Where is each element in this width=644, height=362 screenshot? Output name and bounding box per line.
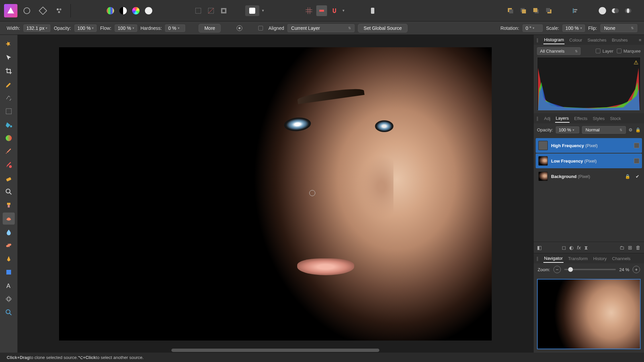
paint-brush-tool-icon[interactable]	[3, 145, 15, 158]
develop-persona-icon[interactable]	[36, 4, 50, 17]
clone-brush-tool-icon[interactable]	[3, 199, 15, 211]
tab-stock[interactable]: Stock	[609, 115, 622, 122]
flood-select-tool-icon[interactable]	[3, 92, 15, 104]
liquify-persona-icon[interactable]	[20, 4, 34, 17]
chevron-down-icon[interactable]: ▼	[342, 9, 345, 12]
move-tool-icon[interactable]	[3, 52, 15, 64]
arrange-backward-icon[interactable]	[531, 5, 541, 16]
marquee-tool-icon[interactable]	[3, 105, 15, 117]
zoom-in-button[interactable]: +	[633, 266, 640, 273]
canvas[interactable]	[17, 35, 533, 353]
stabilizer-icon[interactable]	[234, 23, 245, 34]
lock-icon[interactable]: 🔒	[635, 127, 641, 132]
view-tool-icon[interactable]	[3, 38, 15, 50]
erase-brush-tool-icon[interactable]	[3, 172, 15, 184]
inpainting-brush-tool-icon[interactable]	[3, 239, 15, 251]
horizontal-scrollbar[interactable]	[171, 349, 379, 352]
set-global-source-button[interactable]: Set Global Source	[358, 24, 408, 33]
colour-picker-tool-icon[interactable]	[3, 306, 15, 318]
selection-rectangle-icon[interactable]	[193, 5, 204, 16]
layer-row[interactable]: High Frequency (Pixel)	[536, 138, 642, 153]
blur-tool-icon[interactable]	[3, 226, 15, 238]
selection-invert-icon[interactable]	[218, 5, 229, 16]
histogram-channel-select[interactable]: All Channels⇅	[537, 47, 581, 55]
fx-layer-icon[interactable]: fx	[577, 245, 581, 250]
layer-row[interactable]: Low Frequency (Pixel)	[536, 154, 642, 168]
auto-colours-icon[interactable]	[130, 5, 141, 16]
add-icon[interactable]	[597, 5, 608, 16]
photo-persona-icon[interactable]	[4, 4, 17, 17]
magnet-icon[interactable]	[329, 5, 340, 16]
add-layer-icon[interactable]: ⊞	[628, 245, 632, 251]
rectangle-tool-icon[interactable]	[3, 266, 15, 278]
panel-grip-icon[interactable]: ∥	[536, 38, 538, 43]
hardness-field[interactable]: 0 %▾	[165, 24, 185, 32]
check-icon[interactable]: ✔	[636, 174, 639, 179]
pen-tool-icon[interactable]	[3, 253, 15, 265]
aligned-checkbox[interactable]	[258, 26, 263, 31]
group-layers-icon[interactable]: 🗀	[620, 245, 625, 250]
snap-icon[interactable]	[316, 5, 327, 16]
grid-icon[interactable]	[304, 5, 314, 16]
mesh-warp-tool-icon[interactable]	[3, 293, 15, 305]
layer-opacity-field[interactable]: 100 %▾	[556, 126, 579, 133]
flow-field[interactable]: 100 %▾	[115, 24, 137, 32]
tab-effects[interactable]: Effects	[574, 115, 588, 122]
subtract-icon[interactable]	[610, 5, 621, 16]
mask-layer-icon[interactable]: ◻	[562, 245, 566, 251]
zoom-tool-icon[interactable]	[3, 186, 15, 198]
chevron-down-icon[interactable]: ▼	[261, 9, 265, 12]
selection-deselect-icon[interactable]	[206, 5, 216, 16]
visibility-checkbox[interactable]	[634, 143, 639, 148]
tab-colour[interactable]: Colour	[569, 36, 583, 44]
auto-contrast-icon[interactable]	[118, 5, 128, 16]
scale-field[interactable]: 100 %▾	[562, 24, 585, 32]
layer-row[interactable]: Background (Pixel) 🔒 ✔	[536, 169, 642, 184]
width-field[interactable]: 132.1 px▾	[23, 24, 51, 32]
auto-levels-icon[interactable]	[105, 5, 116, 16]
healing-brush-tool-icon[interactable]	[3, 213, 15, 225]
live-filter-icon[interactable]: ⧗	[584, 245, 588, 251]
quick-mask-icon[interactable]	[245, 5, 259, 16]
text-tool-icon[interactable]: A	[3, 280, 15, 292]
opacity-field[interactable]: 100 %▾	[74, 24, 97, 32]
zoom-out-button[interactable]: −	[553, 266, 561, 273]
flood-fill-tool-icon[interactable]	[3, 119, 15, 131]
adjustment-layer-icon[interactable]: ◐	[569, 245, 574, 251]
arrange-forward-icon[interactable]	[518, 5, 529, 16]
source-layer-select[interactable]: Current Layer⇅	[287, 24, 355, 32]
arrange-front-icon[interactable]	[505, 5, 516, 16]
marquee-checkbox[interactable]	[617, 49, 622, 53]
navigator-preview[interactable]	[537, 279, 641, 349]
more-button[interactable]: More	[199, 24, 221, 33]
intersect-icon[interactable]	[623, 5, 633, 16]
paint-mixer-brush-icon[interactable]	[3, 159, 15, 171]
align-icon[interactable]	[570, 5, 581, 16]
selection-brush-tool-icon[interactable]	[3, 78, 15, 90]
rotation-field[interactable]: 0 °▾	[523, 24, 543, 32]
tab-transform[interactable]: Transform	[568, 255, 589, 262]
tab-layers[interactable]: Layers	[555, 114, 570, 123]
export-persona-icon[interactable]	[52, 4, 66, 17]
panel-menu-icon[interactable]: ≡	[639, 38, 641, 43]
tab-histogram[interactable]: Histogram	[543, 36, 565, 44]
auto-white-balance-icon[interactable]	[143, 5, 154, 16]
visibility-checkbox[interactable]	[634, 158, 639, 164]
tab-history[interactable]: History	[592, 255, 607, 262]
tab-channels[interactable]: Channels	[611, 255, 631, 262]
tab-styles[interactable]: Styles	[592, 115, 605, 122]
blend-mode-select[interactable]: Normal⇅	[582, 126, 626, 134]
assistant-icon[interactable]	[367, 5, 378, 16]
tab-brushes[interactable]: Brushes	[611, 36, 629, 44]
zoom-slider[interactable]	[564, 269, 616, 270]
layer-blend-ranges-icon[interactable]: ◧	[537, 245, 542, 251]
tab-navigator[interactable]: Navigator	[543, 254, 564, 263]
gradient-tool-icon[interactable]	[3, 132, 15, 144]
panel-grip-icon[interactable]: ∥	[536, 116, 538, 121]
delete-layer-icon[interactable]: 🗑	[636, 245, 641, 250]
tab-adjustments[interactable]: Adj	[543, 115, 551, 122]
gear-icon[interactable]: ⚙	[629, 127, 633, 132]
crop-tool-icon[interactable]	[3, 65, 15, 77]
arrange-back-icon[interactable]	[543, 5, 554, 16]
flip-select[interactable]: None⇅	[600, 24, 637, 32]
